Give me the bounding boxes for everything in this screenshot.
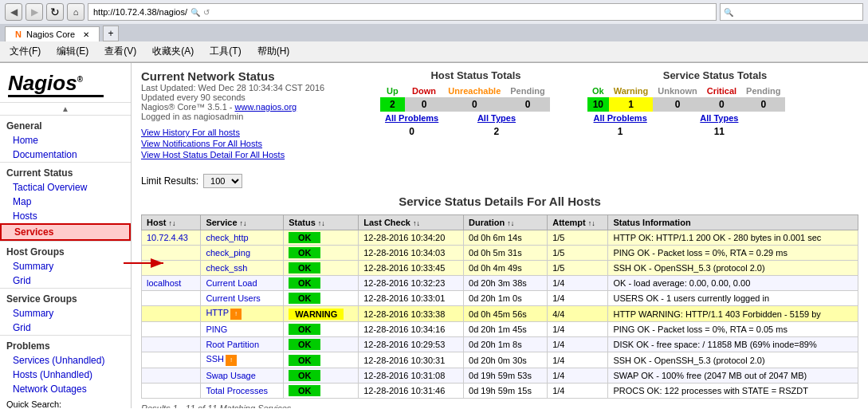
val-pending[interactable]: 0 (505, 97, 549, 112)
service-status-totals: Service Status Totals Ok Warning Unknown… (587, 69, 842, 167)
table-row: HTTP!WARNING12-28-2016 10:33:380d 0h 45m… (142, 306, 858, 322)
sidebar-item-hosts-unhandled[interactable]: Hosts (Unhandled) (0, 368, 131, 382)
val-unknown[interactable]: 0 (653, 97, 702, 112)
view-history-link[interactable]: View History For all hosts (141, 128, 364, 137)
val-svc-pending[interactable]: 0 (741, 97, 785, 112)
service-link[interactable]: Swap Usage (206, 371, 255, 380)
val-warning[interactable]: 1 (609, 97, 654, 112)
val-critical[interactable]: 0 (702, 97, 741, 112)
host-sort-icon[interactable]: ↑↓ (169, 219, 176, 227)
refresh-button[interactable]: ↻ (46, 3, 64, 21)
col-duration[interactable]: Duration ↑↓ (464, 215, 548, 230)
view-host-status-link[interactable]: View Host Status Detail For All Hosts (141, 150, 364, 159)
svc-all-problems-link[interactable]: All Problems (594, 113, 647, 123)
service-link[interactable]: Root Partition (206, 340, 259, 349)
sidebar-item-map[interactable]: Map (0, 195, 131, 209)
attempt-sort-icon[interactable]: ↑↓ (588, 219, 595, 227)
sidebar-item-services[interactable]: Services (0, 223, 131, 241)
logo-underline (8, 95, 104, 97)
service-sort-icon[interactable]: ↑↓ (240, 219, 247, 227)
svc-types-count[interactable]: 11 (653, 124, 785, 139)
sidebar-item-documentation[interactable]: Documentation (0, 148, 131, 162)
cell-duration: 0d 20h 1m 45s (464, 322, 548, 337)
cell-host: 10.72.4.43 (142, 230, 201, 246)
cell-status-info: USERS OK - 1 users currently logged in (608, 291, 858, 306)
service-icon[interactable]: ! (230, 309, 242, 320)
status-badge: OK (289, 355, 320, 366)
menu-edit[interactable]: 编辑(E) (53, 43, 92, 60)
service-link[interactable]: check_ssh (206, 263, 247, 273)
cell-attempt: 4/4 (548, 306, 608, 322)
svc-problems-count[interactable]: 1 (587, 124, 653, 139)
th-critical: Critical (702, 85, 741, 97)
menu-favorites[interactable]: 收藏夹(A) (149, 43, 197, 60)
nagios-org-link[interactable]: www.nagios.org (235, 102, 297, 112)
sidebar-item-services-unhandled[interactable]: Services (Unhandled) (0, 353, 131, 368)
view-notifications-link[interactable]: View Notifications For All Hosts (141, 139, 364, 148)
sidebar-item-tactical-overview[interactable]: Tactical Overview (0, 180, 131, 195)
col-status[interactable]: Status ↑↓ (284, 215, 359, 230)
menu-help[interactable]: 帮助(H) (254, 43, 293, 60)
service-link[interactable]: SSH (206, 354, 224, 364)
sidebar-scroll-up[interactable]: ▲ (0, 103, 131, 115)
host-all-problems-link[interactable]: All Problems (385, 113, 438, 123)
menu-view[interactable]: 查看(V) (101, 43, 139, 60)
cell-service: HTTP! (201, 306, 284, 322)
val-up[interactable]: 2 (380, 97, 405, 112)
cell-last-check: 12-28-2016 10:34:16 (359, 322, 464, 337)
sidebar-item-servicegroups-summary[interactable]: Summary (0, 306, 131, 321)
svc-all-types-link[interactable]: All Types (700, 113, 738, 123)
search-bar[interactable]: 🔍 (720, 3, 863, 21)
cell-attempt: 1/4 (548, 352, 608, 368)
cell-duration: 0d 0h 4m 49s (464, 261, 548, 276)
table-row: Current UsersOK12-28-2016 10:33:010d 20h… (142, 291, 858, 306)
last-check-sort-icon[interactable]: ↑↓ (413, 219, 420, 227)
sidebar-item-servicegroups-grid[interactable]: Grid (0, 321, 131, 335)
sidebar-item-network-outages[interactable]: Network Outages (0, 382, 131, 396)
menu-tools[interactable]: 工具(T) (206, 43, 244, 60)
home-button[interactable]: ⌂ (67, 3, 84, 21)
host-problems-count[interactable]: 0 (380, 124, 443, 139)
new-tab-button[interactable]: + (103, 26, 119, 41)
col-status-info[interactable]: Status Information (608, 215, 858, 230)
val-unreachable[interactable]: 0 (443, 97, 505, 112)
col-last-check[interactable]: Last Check ↑↓ (359, 215, 464, 230)
sidebar-item-hostgroups-grid[interactable]: Grid (0, 273, 131, 288)
col-service[interactable]: Service ↑↓ (201, 215, 284, 230)
cell-status-info: PING OK - Packet loss = 0%, RTA = 0.05 m… (608, 322, 858, 337)
host-types-count[interactable]: 2 (443, 124, 549, 139)
service-link[interactable]: Current Users (206, 293, 260, 303)
val-down[interactable]: 0 (405, 97, 443, 112)
service-link[interactable]: PING (206, 324, 227, 334)
col-host[interactable]: Host ↑↓ (142, 215, 201, 230)
th-svc-pending: Pending (741, 85, 785, 97)
service-link[interactable]: check_ping (206, 248, 250, 258)
address-bar[interactable]: http://10.72.4.38/nagios/ 🔍 ↺ (88, 3, 717, 21)
duration-sort-icon[interactable]: ↑↓ (507, 219, 514, 227)
cell-duration: 0d 0h 6m 14s (464, 230, 548, 246)
service-link[interactable]: check_http (206, 233, 248, 242)
service-link[interactable]: Current Load (206, 278, 257, 288)
limit-select[interactable]: 25 50 100 200 All (203, 174, 242, 188)
sidebar-item-hostgroups-summary[interactable]: Summary (0, 259, 131, 273)
host-link[interactable]: localhost (147, 278, 181, 288)
forward-button[interactable]: ▶ (26, 3, 43, 21)
sidebar-item-home[interactable]: Home (0, 133, 131, 148)
results-footer: Results 1 - 11 of 11 Matching Services (141, 403, 858, 408)
cell-status-info: PING OK - Packet loss = 0%, RTA = 0.29 m… (608, 246, 858, 261)
table-row: PINGOK12-28-2016 10:34:160d 20h 1m 45s1/… (142, 322, 858, 337)
service-link[interactable]: HTTP (206, 308, 229, 317)
menu-file[interactable]: 文件(F) (6, 43, 44, 60)
val-ok[interactable]: 10 (587, 97, 609, 112)
host-link[interactable]: 10.72.4.43 (147, 233, 188, 242)
status-sort-icon[interactable]: ↑↓ (318, 219, 325, 227)
cell-status-info: OK - load average: 0.00, 0.00, 0.00 (608, 276, 858, 291)
tab-close-button[interactable]: ✕ (83, 30, 89, 39)
col-attempt[interactable]: Attempt ↑↓ (548, 215, 608, 230)
browser-tab[interactable]: N Nagios Core ✕ (5, 26, 100, 41)
sidebar-item-hosts[interactable]: Hosts (0, 209, 131, 223)
back-button[interactable]: ◀ (5, 3, 22, 21)
service-link[interactable]: Total Processes (206, 386, 268, 395)
service-icon[interactable]: ! (226, 355, 237, 366)
host-all-types-link[interactable]: All Types (477, 113, 516, 123)
